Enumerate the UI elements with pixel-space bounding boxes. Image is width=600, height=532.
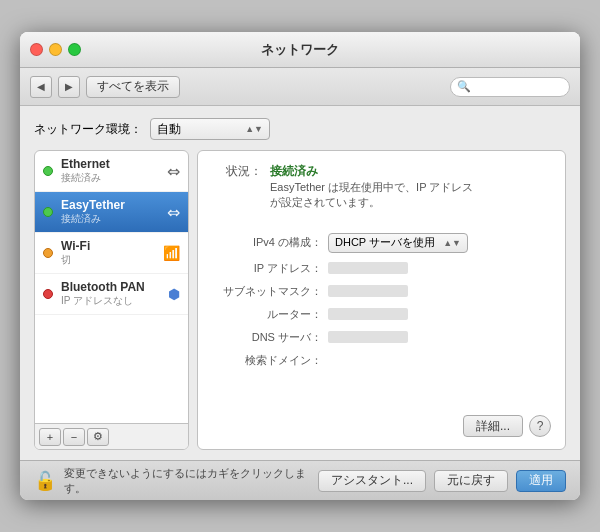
assistant-button[interactable]: アシスタント... xyxy=(318,470,426,492)
traffic-lights xyxy=(30,43,81,56)
ethernet-icon: ⇔ xyxy=(167,162,180,181)
item-name-easytether: EasyTether xyxy=(61,198,159,212)
ipv4-value: DHCP サーバを使用 xyxy=(335,235,435,250)
chevron-icon: ▲▼ xyxy=(245,124,263,134)
sidebar-item-easytether[interactable]: EasyTether 接続済み ⇔ xyxy=(35,192,188,233)
network-window: ネットワーク ◀ ▶ すべてを表示 🔍 ネットワーク環境： 自動 ▲▼ xyxy=(20,32,580,500)
sidebar-toolbar: + − ⚙ xyxy=(35,423,188,449)
titlebar: ネットワーク xyxy=(20,32,580,68)
lock-icon[interactable]: 🔓 xyxy=(34,470,56,492)
sidebar-item-ethernet[interactable]: Ethernet 接続済み ⇔ xyxy=(35,151,188,192)
item-name-ethernet: Ethernet xyxy=(61,157,159,171)
show-all-button[interactable]: すべてを表示 xyxy=(86,76,180,98)
help-button[interactable]: ? xyxy=(529,415,551,437)
window-title: ネットワーク xyxy=(261,41,339,59)
easytether-icon: ⇔ xyxy=(167,203,180,222)
close-button[interactable] xyxy=(30,43,43,56)
bluetooth-icon: ⬢ xyxy=(168,286,180,302)
sidebar-item-bluetooth[interactable]: Bluetooth PAN IP アドレスなし ⬢ xyxy=(35,274,188,315)
ip-label: IP アドレス： xyxy=(212,261,322,276)
network-env-label: ネットワーク環境： xyxy=(34,121,142,138)
footer-lock-text: 変更できないようにするにはカギをクリックします。 xyxy=(64,466,310,496)
search-domain-row: 検索ドメイン： xyxy=(212,353,551,368)
status-info: 接続済み EasyTether は現在使用中で、IP アドレス が設定されていま… xyxy=(270,163,473,211)
item-info-bluetooth: Bluetooth PAN IP アドレスなし xyxy=(61,280,160,308)
status-row: 状況： 接続済み EasyTether は現在使用中で、IP アドレス が設定さ… xyxy=(212,163,551,211)
status-dot-wifi xyxy=(43,248,53,258)
subnet-row: サブネットマスク： xyxy=(212,284,551,299)
item-info-ethernet: Ethernet 接続済み xyxy=(61,157,159,185)
search-input[interactable] xyxy=(474,81,563,93)
dns-value xyxy=(328,331,408,343)
main-area: Ethernet 接続済み ⇔ EasyTether 接続済み ⇔ xyxy=(34,150,566,450)
subnet-value xyxy=(328,285,408,297)
ipv4-chevron-icon: ▲▼ xyxy=(443,238,461,248)
network-env-row: ネットワーク環境： 自動 ▲▼ xyxy=(34,116,566,142)
dns-label: DNS サーバ： xyxy=(212,330,322,345)
item-sub-ethernet: 接続済み xyxy=(61,171,159,185)
item-sub-easytether: 接続済み xyxy=(61,212,159,226)
forward-button[interactable]: ▶ xyxy=(58,76,80,98)
sidebar: Ethernet 接続済み ⇔ EasyTether 接続済み ⇔ xyxy=(34,150,189,450)
back-button[interactable]: ◀ xyxy=(30,76,52,98)
search-domain-label: 検索ドメイン： xyxy=(212,353,322,368)
item-name-bluetooth: Bluetooth PAN xyxy=(61,280,160,294)
maximize-button[interactable] xyxy=(68,43,81,56)
search-icon: 🔍 xyxy=(457,80,471,93)
ipv4-label: IPv4 の構成： xyxy=(212,235,322,250)
status-dot-easytether xyxy=(43,207,53,217)
add-button[interactable]: + xyxy=(39,428,61,446)
item-sub-bluetooth: IP アドレスなし xyxy=(61,294,160,308)
window-footer: 🔓 変更できないようにするにはカギをクリックします。 アシスタント... 元に戻… xyxy=(20,460,580,500)
subnet-label: サブネットマスク： xyxy=(212,284,322,299)
item-sub-wifi: 切 xyxy=(61,253,155,267)
network-env-value: 自動 xyxy=(157,121,181,138)
router-value xyxy=(328,308,408,320)
status-label: 状況： xyxy=(212,163,262,180)
dns-row: DNS サーバ： xyxy=(212,330,551,345)
remove-button[interactable]: − xyxy=(63,428,85,446)
detail-panel: 状況： 接続済み EasyTether は現在使用中で、IP アドレス が設定さ… xyxy=(197,150,566,450)
gear-button[interactable]: ⚙ xyxy=(87,428,109,446)
content: ネットワーク環境： 自動 ▲▼ Ethernet 接続済み xyxy=(20,106,580,460)
apply-button[interactable]: 適用 xyxy=(516,470,566,492)
ip-value xyxy=(328,262,408,274)
toolbar: ◀ ▶ すべてを表示 🔍 xyxy=(20,68,580,106)
minimize-button[interactable] xyxy=(49,43,62,56)
revert-button[interactable]: 元に戻す xyxy=(434,470,508,492)
ip-row: IP アドレス： xyxy=(212,261,551,276)
detail-button[interactable]: 詳細... xyxy=(463,415,523,437)
status-desc: EasyTether は現在使用中で、IP アドレス が設定されています。 xyxy=(270,180,473,211)
ipv4-row: IPv4 の構成： DHCP サーバを使用 ▲▼ xyxy=(212,233,551,253)
ipv4-select[interactable]: DHCP サーバを使用 ▲▼ xyxy=(328,233,468,253)
router-label: ルーター： xyxy=(212,307,322,322)
item-name-wifi: Wi-Fi xyxy=(61,239,155,253)
status-dot-ethernet xyxy=(43,166,53,176)
sidebar-item-wifi[interactable]: Wi-Fi 切 📶 xyxy=(35,233,188,274)
detail-footer: 詳細... ? xyxy=(212,415,551,437)
status-dot-bluetooth xyxy=(43,289,53,299)
status-value: 接続済み xyxy=(270,163,473,180)
wifi-icon: 📶 xyxy=(163,245,180,261)
sidebar-list: Ethernet 接続済み ⇔ EasyTether 接続済み ⇔ xyxy=(35,151,188,423)
item-info-wifi: Wi-Fi 切 xyxy=(61,239,155,267)
search-box[interactable]: 🔍 xyxy=(450,77,570,97)
network-env-select[interactable]: 自動 ▲▼ xyxy=(150,118,270,140)
router-row: ルーター： xyxy=(212,307,551,322)
item-info-easytether: EasyTether 接続済み xyxy=(61,198,159,226)
